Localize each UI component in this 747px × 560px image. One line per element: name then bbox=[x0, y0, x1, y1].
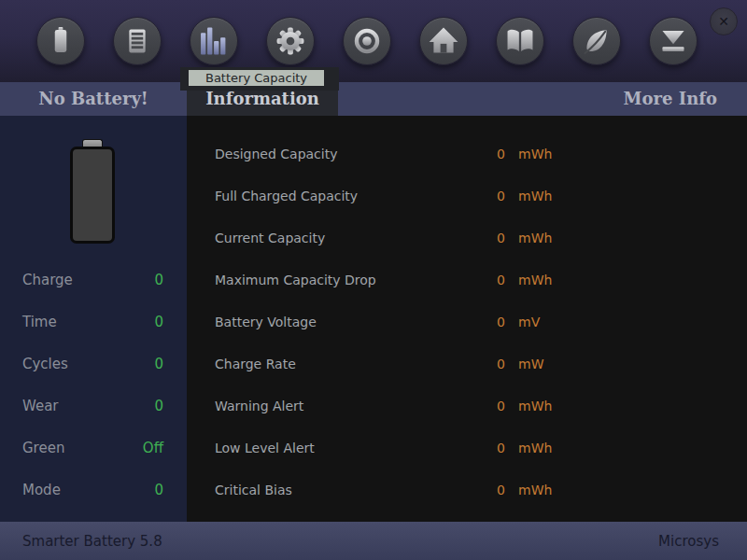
app-window: ✕ No Battery! Information More Info Batt… bbox=[0, 0, 747, 560]
close-icon: ✕ bbox=[718, 15, 729, 28]
info-value: 0 bbox=[477, 259, 505, 301]
stat-value: 0 bbox=[154, 259, 163, 301]
info-unit: mWh bbox=[518, 259, 556, 301]
info-label: Current Capacity bbox=[215, 217, 477, 259]
stat-value: 0 bbox=[154, 385, 163, 427]
record-icon bbox=[344, 17, 390, 65]
leaf-icon bbox=[573, 17, 620, 65]
close-button[interactable]: ✕ bbox=[710, 7, 738, 35]
info-value: 0 bbox=[477, 343, 505, 385]
info-value: 0 bbox=[477, 427, 505, 469]
toolbar: ✕ bbox=[0, 0, 747, 82]
info-label: Low Level Alert bbox=[215, 427, 477, 469]
information-panel: Designed Capacity 0 mWh Full Charged Cap… bbox=[187, 116, 747, 522]
info-unit: mWh bbox=[518, 469, 556, 511]
info-row-charge-rate: Charge Rate 0 mW bbox=[187, 343, 747, 385]
info-value: 0 bbox=[477, 469, 505, 511]
info-label: Battery Voltage bbox=[215, 301, 477, 343]
stat-value: Off bbox=[143, 427, 163, 469]
tab-no-battery[interactable]: No Battery! bbox=[0, 82, 187, 116]
info-row-current-capacity: Current Capacity 0 mWh bbox=[187, 217, 747, 259]
home-button[interactable] bbox=[419, 17, 468, 65]
info-row-full-charged-capacity: Full Charged Capacity 0 mWh bbox=[187, 175, 747, 217]
tab-bar: No Battery! Information More Info bbox=[0, 82, 747, 116]
discharge-button[interactable] bbox=[649, 17, 698, 65]
info-unit: mV bbox=[518, 301, 556, 343]
stat-row-time: Time 0 bbox=[0, 301, 187, 343]
battery-stats: Charge 0 Time 0 Cycles 0 Wear 0 Green Of… bbox=[0, 259, 187, 511]
chart-icon bbox=[190, 17, 237, 65]
info-label: Full Charged Capacity bbox=[215, 175, 477, 217]
battery-graphic bbox=[70, 139, 115, 244]
stat-label: Green bbox=[22, 427, 64, 469]
battery-body bbox=[70, 147, 115, 244]
stat-row-wear: Wear 0 bbox=[0, 385, 187, 427]
stat-row-mode: Mode 0 bbox=[0, 469, 187, 511]
info-row-warning-alert: Warning Alert 0 mWh bbox=[187, 385, 747, 427]
tab-more-info[interactable]: More Info bbox=[624, 82, 747, 116]
info-label: Maximum Capacity Drop bbox=[215, 259, 477, 301]
battery-capacity-tooltip: Battery Capacity bbox=[189, 70, 324, 86]
info-row-designed-capacity: Designed Capacity 0 mWh bbox=[187, 133, 747, 175]
stat-row-charge: Charge 0 bbox=[0, 259, 187, 301]
stat-label: Charge bbox=[22, 259, 73, 301]
info-row-maximum-capacity-drop: Maximum Capacity Drop 0 mWh bbox=[187, 259, 747, 301]
battery-button[interactable] bbox=[36, 17, 85, 65]
book-icon bbox=[497, 17, 543, 65]
stat-value: 0 bbox=[154, 343, 163, 385]
funnel-icon bbox=[650, 17, 697, 65]
info-value: 0 bbox=[477, 133, 505, 175]
vendor-name: Microsys bbox=[658, 533, 719, 550]
settings-button[interactable] bbox=[266, 17, 315, 65]
home-icon bbox=[420, 17, 467, 65]
stat-label: Time bbox=[22, 301, 57, 343]
info-value: 0 bbox=[477, 301, 505, 343]
info-unit: mW bbox=[518, 343, 556, 385]
stat-label: Wear bbox=[22, 385, 59, 427]
gear-icon bbox=[267, 17, 314, 65]
info-unit: mWh bbox=[518, 427, 556, 469]
info-label: Designed Capacity bbox=[215, 133, 477, 175]
info-value: 0 bbox=[477, 217, 505, 259]
capacity-chart-button[interactable] bbox=[190, 17, 238, 65]
info-value: 0 bbox=[477, 175, 505, 217]
info-unit: mWh bbox=[518, 133, 556, 175]
info-label: Critical Bias bbox=[215, 469, 477, 511]
report-icon bbox=[114, 17, 161, 65]
stat-value: 0 bbox=[154, 301, 163, 343]
stat-row-cycles: Cycles 0 bbox=[0, 343, 187, 385]
stat-label: Mode bbox=[22, 469, 61, 511]
info-unit: mWh bbox=[518, 385, 556, 427]
manual-button[interactable] bbox=[496, 17, 544, 65]
green-mode-button[interactable] bbox=[572, 17, 621, 65]
status-bar: Smarter Battery 5.8 Microsys bbox=[0, 522, 747, 560]
info-unit: mWh bbox=[518, 175, 556, 217]
stat-label: Cycles bbox=[22, 343, 68, 385]
report-button[interactable] bbox=[113, 17, 162, 65]
monitor-button[interactable] bbox=[343, 17, 391, 65]
app-title: Smarter Battery 5.8 bbox=[22, 533, 162, 550]
info-label: Charge Rate bbox=[215, 343, 477, 385]
stat-value: 0 bbox=[154, 469, 163, 511]
info-unit: mWh bbox=[518, 217, 556, 259]
sidebar: Charge 0 Time 0 Cycles 0 Wear 0 Green Of… bbox=[0, 116, 187, 522]
info-row-critical-bias: Critical Bias 0 mWh bbox=[187, 469, 747, 511]
info-label: Warning Alert bbox=[215, 385, 477, 427]
stat-row-green: Green Off bbox=[0, 427, 187, 469]
info-row-low-level-alert: Low Level Alert 0 mWh bbox=[187, 427, 747, 469]
info-value: 0 bbox=[477, 385, 505, 427]
info-row-battery-voltage: Battery Voltage 0 mV bbox=[187, 301, 747, 343]
battery-icon bbox=[37, 17, 84, 65]
